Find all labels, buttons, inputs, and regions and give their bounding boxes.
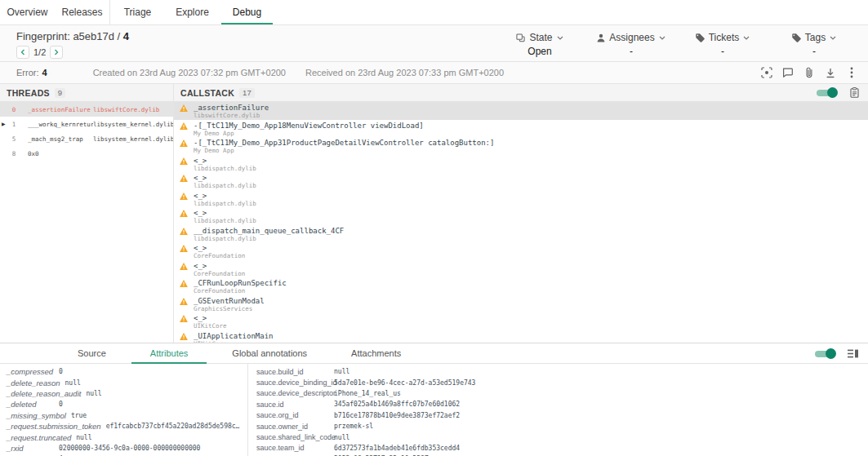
frame-library: libdispatch.dylib <box>194 183 256 189</box>
attribute-value: 5da7e01e-be96-4cec-a27d-a53ed519e743 <box>334 379 868 387</box>
sauce-attributes-column: sauce.build_id null sauce.device_binding… <box>248 364 868 456</box>
attribute-value: null <box>86 390 247 397</box>
attribute-key: _request.submission_token <box>0 422 106 431</box>
thread-function: ___workq_kernreturn <box>28 121 93 128</box>
attribute-row: _delete_reason null <box>0 377 247 387</box>
callstack-frame[interactable]: <_> UIKitCore <box>174 312 868 330</box>
thread-expand-caret[interactable]: ▶ <box>2 121 6 126</box>
tab-debug[interactable]: Debug <box>220 0 274 24</box>
issue-filters: State Open Assignees - Tickets <box>505 25 857 61</box>
callstack-frame[interactable]: __dispatch_main_queue_callback_4CF libdi… <box>174 225 868 243</box>
tags-value: - <box>812 46 816 57</box>
page-indicator: 1/2 <box>33 47 46 57</box>
thread-row[interactable]: ▶ 1 ___workq_kernreturn libsystem_kernel… <box>0 117 173 131</box>
callstack-frame[interactable]: <_> libdispatch.dylib <box>174 155 868 173</box>
frame-function: -[_TtC11My_Demo_App18MenuViewController … <box>194 122 424 130</box>
thread-id: 8 <box>0 150 28 157</box>
callstack-panel: CALLSTACK 17 _assertionFailure libswiftC… <box>174 84 868 343</box>
threads-header: THREADS 9 <box>0 84 173 102</box>
tickets-dropdown[interactable]: Tickets - <box>688 32 757 61</box>
more-options-icon[interactable] <box>844 66 858 80</box>
tags-label: Tags <box>805 32 826 43</box>
chevron-down-icon <box>830 36 836 40</box>
tab-attachments[interactable]: Attachments <box>329 343 423 363</box>
callstack-header: CALLSTACK 17 <box>174 84 868 102</box>
frame-library: libswiftCore.dylib <box>194 113 269 119</box>
callstack-frame[interactable]: <_> CoreFoundation <box>174 260 868 278</box>
attribute-key: sauce.owner_id <box>248 423 334 431</box>
thread-function: _assertionFailure <box>28 106 93 113</box>
attribute-value: 0 <box>59 368 247 375</box>
warning-icon <box>180 157 188 165</box>
tab-attributes[interactable]: Attributes <box>128 343 210 363</box>
tab-explore[interactable]: Explore <box>165 0 220 24</box>
thread-row[interactable]: ▶ 8 0x0 <box>0 146 173 161</box>
callstack-frame[interactable]: -[_TtC11My_Demo_App18MenuViewController … <box>174 120 868 138</box>
thread-library: libsystem_kernel.dylib <box>93 121 173 128</box>
frame-library: libdispatch.dylib <box>194 166 256 172</box>
chevron-down-icon <box>557 36 563 40</box>
callstack-frame[interactable]: _UIApplicationMain UIKitCore <box>174 330 868 343</box>
attribute-key: _delete_reason_audit <box>0 389 86 398</box>
tags-dropdown[interactable]: Tags - <box>780 32 848 61</box>
state-dropdown[interactable]: State Open <box>505 32 574 61</box>
view-list-icon[interactable] <box>846 347 860 361</box>
attribute-row: _delete_reason_audit null <box>0 388 247 399</box>
error-meta-bar: Error: 4 Created on 23rd Aug 2023 07:32 … <box>0 62 868 84</box>
chevron-left-icon <box>20 49 25 55</box>
tab-source[interactable]: Source <box>56 343 128 363</box>
next-page-button[interactable] <box>50 46 63 59</box>
thread-library: libswiftCore.dylib <box>93 106 173 113</box>
attachment-icon[interactable] <box>802 66 816 80</box>
frame-function: <_> <box>194 174 256 182</box>
attribute-row: _compressed 0 <box>0 366 247 377</box>
thread-list: ▶ 0 _assertionFailure libswiftCore.dylib… <box>0 102 173 161</box>
comment-icon[interactable] <box>781 66 795 80</box>
state-icon <box>516 33 525 42</box>
tab-global-annotations[interactable]: Global annotations <box>210 343 329 363</box>
callstack-frame[interactable]: _assertionFailure libswiftCore.dylib <box>174 102 868 120</box>
prev-page-button[interactable] <box>16 46 29 59</box>
callstack-frame[interactable]: <_> CoreFoundation <box>174 242 868 260</box>
fingerprint-header: Fingerprint: a5eb17d / 4 1/2 State <box>0 25 868 62</box>
focus-icon[interactable] <box>759 66 773 80</box>
attribute-value: 0 <box>59 401 247 408</box>
attribute-value: b716ce17878b410e9dee3873ef72aef2 <box>334 412 868 419</box>
attribute-row: _request.truncated null <box>0 432 247 442</box>
thread-id: 5 <box>0 135 28 143</box>
thread-row[interactable]: ▶ 0 _assertionFailure libswiftCore.dylib <box>0 102 173 117</box>
attribute-row: sauce.team_id 6d372573fa1b4adeb41e6fdb35… <box>248 443 868 454</box>
tab-triage[interactable]: Triage <box>110 0 165 24</box>
frame-function: _GSEventRunModal <box>194 297 265 305</box>
callstack-frame[interactable]: <_> libdispatch.dylib <box>174 207 868 225</box>
warning-icon <box>180 122 188 130</box>
attribute-row: _missing_symbol true <box>0 410 247 421</box>
attribute-row: _rxid 02000000-3456-9c0a-0000-0000000000… <box>0 443 247 454</box>
callstack-frame[interactable]: _CFRunLoopRunSpecific CoreFoundation <box>174 277 868 295</box>
frame-function: _assertionFailure <box>194 104 269 112</box>
symbolication-toggle[interactable] <box>816 87 838 98</box>
frame-function: __dispatch_main_queue_callback_4CF <box>194 227 344 235</box>
tags-icon <box>792 33 801 42</box>
attribute-value: 6d372573fa1b4adeb41e6fdb353cedd4 <box>334 445 868 452</box>
thread-row[interactable]: ▶ 5 _mach_msg2_trap libsystem_kernel.dyl… <box>0 131 173 146</box>
tab-overview[interactable]: Overview <box>0 0 55 24</box>
attribute-value: iPhone_14_real_us <box>334 390 868 397</box>
attribute-key: _request.truncated <box>0 433 76 442</box>
callstack-frame[interactable]: _GSEventRunModal GraphicsServices <box>174 295 868 313</box>
tickets-value: - <box>721 46 724 57</box>
copy-callstack-icon[interactable] <box>848 86 861 100</box>
callstack-frame[interactable]: -[_TtC11My_Demo_App31ProductPageDetailVi… <box>174 137 868 155</box>
tab-releases[interactable]: Releases <box>55 0 109 24</box>
received-timestamp: Received on 23rd Aug 2023 07:33 pm GMT+0… <box>305 68 504 77</box>
callstack-frame[interactable]: <_> libdispatch.dylib <box>174 172 868 190</box>
assignees-dropdown[interactable]: Assignees - <box>597 32 665 61</box>
callstack-frame[interactable]: <_> libdispatch.dylib <box>174 190 868 208</box>
attribute-key: _missing_symbol <box>0 411 71 420</box>
frame-function: <_> <box>194 314 227 322</box>
attribute-key: _delete_reason <box>0 379 65 387</box>
download-icon[interactable] <box>823 66 837 80</box>
warning-icon <box>180 315 188 322</box>
attributes-view-toggle[interactable] <box>814 348 836 359</box>
fingerprint-label: Fingerprint: <box>16 30 70 42</box>
